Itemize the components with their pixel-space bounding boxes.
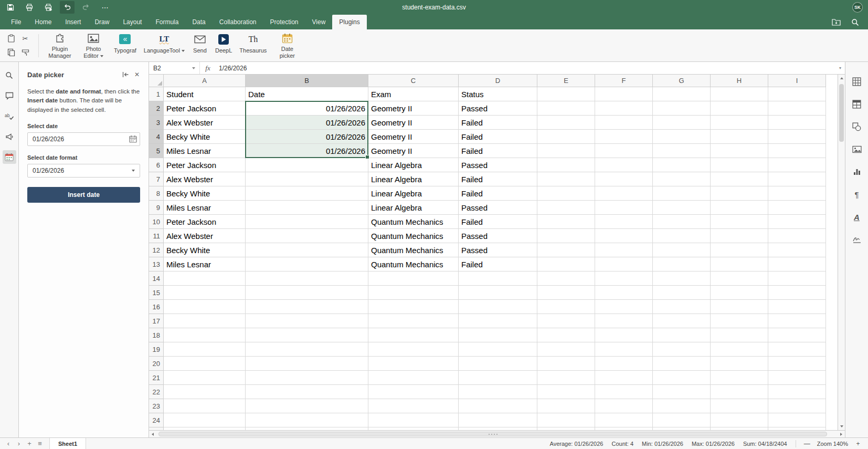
- add-sheet-button[interactable]: +: [24, 438, 35, 449]
- cell-C12[interactable]: Quantum Mechanics: [368, 243, 459, 257]
- row-header-13[interactable]: 13: [149, 257, 164, 272]
- cell-H24[interactable]: [711, 413, 768, 427]
- cell-A11[interactable]: Alex Webster: [164, 229, 246, 243]
- cell-E11[interactable]: [537, 229, 595, 243]
- cell-C21[interactable]: [368, 371, 459, 385]
- cell-H13[interactable]: [711, 257, 768, 272]
- cell-H7[interactable]: [711, 172, 768, 186]
- cell-A15[interactable]: [164, 286, 246, 300]
- open-file-location-button[interactable]: [830, 16, 842, 28]
- cell-F18[interactable]: [595, 328, 653, 342]
- vertical-scrollbar[interactable]: [838, 75, 845, 430]
- cell-E16[interactable]: [537, 300, 595, 314]
- cell-H6[interactable]: [711, 158, 768, 172]
- next-sheet-button[interactable]: ›: [14, 438, 24, 449]
- cell-A3[interactable]: Alex Webster: [164, 116, 246, 130]
- cell-F1[interactable]: [595, 87, 653, 101]
- cell-E8[interactable]: [537, 186, 595, 201]
- cell-F11[interactable]: [595, 229, 653, 243]
- cell-A22[interactable]: [164, 385, 246, 399]
- cell-A19[interactable]: [164, 342, 246, 357]
- photo-editor-button[interactable]: Photo Editor: [77, 31, 110, 60]
- row-header-7[interactable]: 7: [149, 172, 164, 186]
- cell-G24[interactable]: [653, 413, 711, 427]
- cut-button[interactable]: ✂: [18, 32, 32, 45]
- cell-D11[interactable]: Passed: [459, 229, 537, 243]
- cell-A24[interactable]: [164, 413, 246, 427]
- cell-G23[interactable]: [653, 399, 711, 413]
- cell-F16[interactable]: [595, 300, 653, 314]
- column-header-A[interactable]: A: [164, 75, 246, 87]
- cell-G2[interactable]: [653, 101, 711, 116]
- cell-C9[interactable]: Linear Algebra: [368, 201, 459, 215]
- cell-G9[interactable]: [653, 201, 711, 215]
- cell-I20[interactable]: [768, 357, 826, 371]
- cell-C16[interactable]: [368, 300, 459, 314]
- cell-B20[interactable]: [246, 357, 368, 371]
- cell-D22[interactable]: [459, 385, 537, 399]
- zoom-out-button[interactable]: —: [802, 439, 812, 448]
- select-all-corner[interactable]: [149, 75, 164, 87]
- column-header-G[interactable]: G: [653, 75, 711, 87]
- tab-home[interactable]: Home: [28, 15, 58, 29]
- collapse-panel-button[interactable]: [120, 69, 131, 80]
- cell-G8[interactable]: [653, 186, 711, 201]
- cell-C2[interactable]: Geometry II: [368, 101, 459, 116]
- sheet-tab-sheet1[interactable]: Sheet1: [49, 438, 86, 449]
- cell-G21[interactable]: [653, 371, 711, 385]
- cell-D10[interactable]: Failed: [459, 215, 537, 229]
- cell-A9[interactable]: Miles Lesnar: [164, 201, 246, 215]
- cell-A7[interactable]: Alex Webster: [164, 172, 246, 186]
- cell-I21[interactable]: [768, 371, 826, 385]
- cell-F10[interactable]: [595, 215, 653, 229]
- cell-B9[interactable]: [246, 201, 368, 215]
- cell-F23[interactable]: [595, 399, 653, 413]
- cell-B15[interactable]: [246, 286, 368, 300]
- cell-A21[interactable]: [164, 371, 246, 385]
- redo-button[interactable]: [79, 1, 93, 14]
- cell-A14[interactable]: [164, 272, 246, 286]
- cell-I2[interactable]: [768, 101, 826, 116]
- cell-E21[interactable]: [537, 371, 595, 385]
- cell-F20[interactable]: [595, 357, 653, 371]
- cell-A6[interactable]: Peter Jackson: [164, 158, 246, 172]
- row-header-15[interactable]: 15: [149, 286, 164, 300]
- cell-C13[interactable]: Quantum Mechanics: [368, 257, 459, 272]
- cell-D23[interactable]: [459, 399, 537, 413]
- cell-H12[interactable]: [711, 243, 768, 257]
- date-picker-button[interactable]: Date picker: [270, 31, 304, 60]
- cell-E12[interactable]: [537, 243, 595, 257]
- row-header-12[interactable]: 12: [149, 243, 164, 257]
- column-header-C[interactable]: C: [368, 75, 459, 87]
- cell-E18[interactable]: [537, 328, 595, 342]
- cell-C10[interactable]: Quantum Mechanics: [368, 215, 459, 229]
- cell-I7[interactable]: [768, 172, 826, 186]
- cell-B1[interactable]: Date: [246, 87, 368, 101]
- cell-H10[interactable]: [711, 215, 768, 229]
- cell-settings-button[interactable]: [850, 75, 864, 88]
- cell-A20[interactable]: [164, 357, 246, 371]
- cell-H20[interactable]: [711, 357, 768, 371]
- cell-G5[interactable]: [653, 144, 711, 158]
- cell-C17[interactable]: [368, 314, 459, 328]
- cell-F5[interactable]: [595, 144, 653, 158]
- row-header-6[interactable]: 6: [149, 158, 164, 172]
- calendar-picker-button[interactable]: [129, 135, 137, 143]
- close-panel-button[interactable]: ✕: [132, 69, 142, 80]
- cell-H19[interactable]: [711, 342, 768, 357]
- send-button[interactable]: Send: [188, 31, 211, 60]
- cell-E1[interactable]: [537, 87, 595, 101]
- row-header-22[interactable]: 22: [149, 385, 164, 399]
- cell-F19[interactable]: [595, 342, 653, 357]
- cell-C15[interactable]: [368, 286, 459, 300]
- cell-B16[interactable]: [246, 300, 368, 314]
- cell-H17[interactable]: [711, 314, 768, 328]
- row-header-18[interactable]: 18: [149, 328, 164, 342]
- cell-G22[interactable]: [653, 385, 711, 399]
- cell-C19[interactable]: [368, 342, 459, 357]
- cell-F2[interactable]: [595, 101, 653, 116]
- cell-G11[interactable]: [653, 229, 711, 243]
- cell-I9[interactable]: [768, 201, 826, 215]
- cell-I4[interactable]: [768, 130, 826, 144]
- insert-date-button[interactable]: Insert date: [27, 187, 140, 203]
